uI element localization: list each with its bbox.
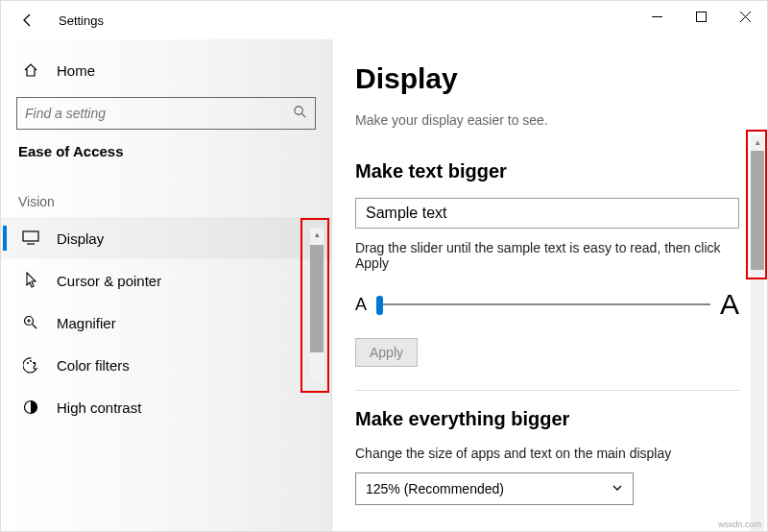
back-button[interactable] (14, 7, 41, 34)
annotation-sidebar-scrollbar (300, 218, 329, 393)
slider-track[interactable] (376, 303, 710, 305)
section2-description: Change the size of apps and text on the … (355, 446, 740, 461)
svg-line-9 (33, 325, 37, 329)
section-heading-vision: Vision (1, 194, 331, 209)
category-heading: Ease of Access (1, 143, 331, 159)
sidebar: Home Ease of Access Vision Display Curso… (1, 39, 332, 531)
sample-text-preview: Sample text (355, 198, 739, 229)
sidebar-item-label: Color filters (57, 357, 130, 374)
svg-point-14 (34, 362, 36, 364)
page-title: Display (355, 62, 740, 95)
home-nav[interactable]: Home (1, 49, 331, 91)
search-icon (293, 105, 307, 123)
section-title-everything-bigger: Make everything bigger (355, 408, 740, 430)
palette-icon (20, 357, 41, 374)
page-subtitle: Make your display easier to see. (355, 112, 740, 128)
annotation-main-scrollbar (746, 130, 767, 279)
monitor-icon (20, 230, 41, 246)
svg-line-5 (301, 113, 305, 117)
svg-point-13 (30, 360, 32, 362)
sidebar-item-color-filters[interactable]: Color filters (1, 344, 331, 386)
section-title-text-bigger: Make text bigger (355, 160, 740, 182)
sidebar-item-high-contrast[interactable]: High contrast (1, 386, 331, 428)
slider-label-small: A (355, 295, 367, 315)
magnifier-icon (20, 315, 41, 330)
sidebar-item-label: Magnifier (57, 315, 116, 331)
slider-instruction: Drag the slider until the sample text is… (355, 240, 739, 271)
home-label: Home (57, 62, 95, 79)
apply-button[interactable]: Apply (355, 338, 418, 367)
svg-rect-1 (696, 12, 706, 21)
home-icon (20, 62, 41, 78)
cursor-icon (20, 272, 41, 289)
svg-point-12 (27, 362, 29, 364)
sidebar-item-magnifier[interactable]: Magnifier (1, 302, 331, 344)
window-title: Settings (59, 13, 104, 28)
maximize-button[interactable] (679, 1, 723, 32)
sidebar-item-label: Display (57, 230, 104, 247)
svg-rect-6 (23, 231, 38, 241)
svg-point-4 (295, 106, 302, 113)
scale-dropdown[interactable]: 125% (Recommended) (355, 472, 634, 505)
search-input[interactable] (25, 106, 293, 121)
divider (355, 390, 739, 391)
chevron-down-icon (612, 481, 623, 496)
sidebar-item-label: Cursor & pointer (57, 273, 161, 289)
contrast-icon (20, 399, 41, 415)
text-size-slider[interactable]: A A (355, 288, 739, 321)
sidebar-item-display[interactable]: Display (1, 217, 331, 259)
main-content: Display Make your display easier to see.… (332, 39, 767, 531)
slider-label-big: A (720, 288, 739, 321)
watermark: wsxdn.com (718, 520, 761, 529)
search-box[interactable] (16, 97, 316, 130)
sidebar-item-cursor[interactable]: Cursor & pointer (1, 259, 331, 302)
slider-thumb[interactable] (376, 296, 383, 315)
sidebar-item-label: High contrast (57, 399, 141, 416)
minimize-button[interactable] (635, 1, 679, 32)
dropdown-value: 125% (Recommended) (366, 481, 504, 496)
window-controls (635, 1, 767, 32)
close-button[interactable] (723, 1, 767, 32)
